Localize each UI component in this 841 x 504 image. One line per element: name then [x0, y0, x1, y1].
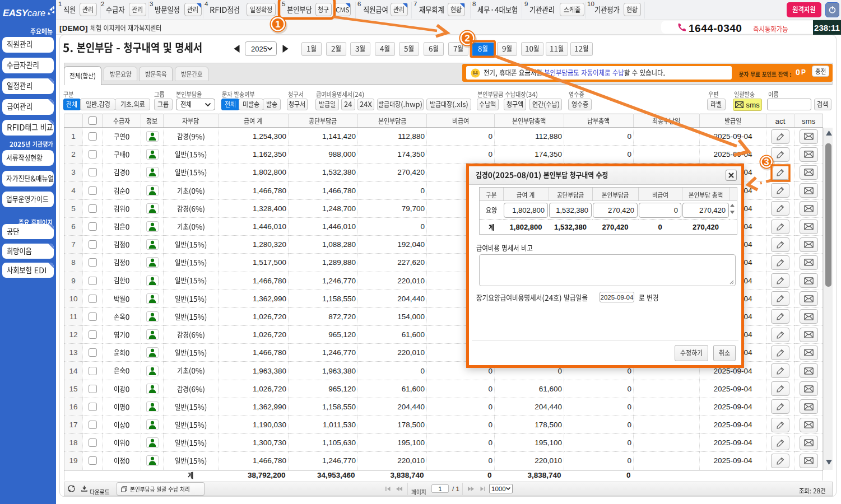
svg-text:EASY: EASY	[3, 8, 29, 18]
svg-text:care: care	[27, 8, 45, 18]
